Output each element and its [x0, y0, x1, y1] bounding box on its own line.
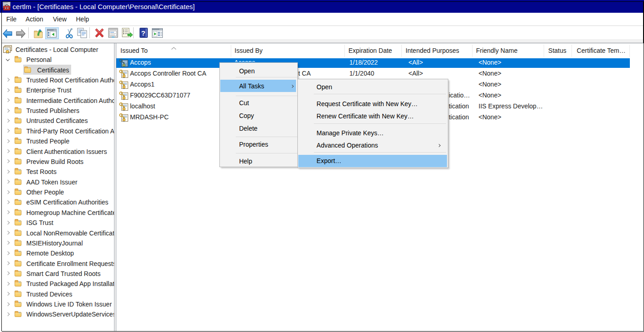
svg-text:?: ?: [141, 29, 145, 37]
